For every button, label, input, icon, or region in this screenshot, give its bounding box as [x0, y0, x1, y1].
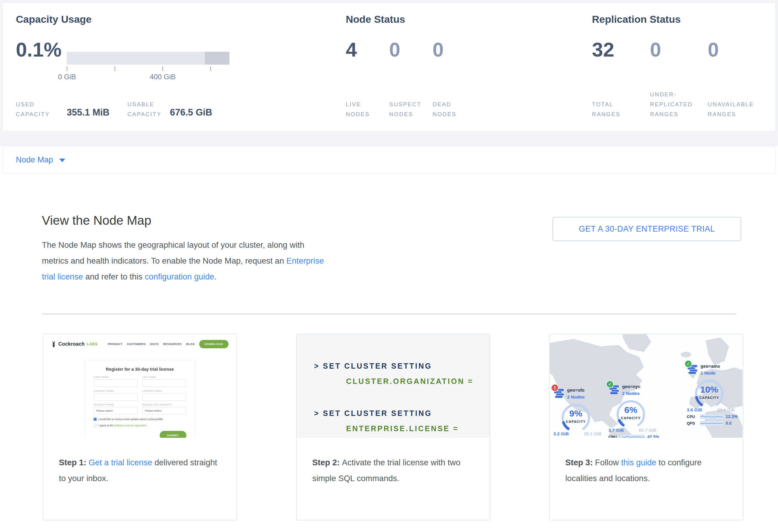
license-agreement-checkbox-row: I agree to the Software License Agreemen…: [94, 424, 186, 427]
nav-blog[interactable]: BLOG: [186, 343, 195, 346]
step2-card: > SET CLUSTER SETTING CLUSTER.ORGANIZATI…: [296, 333, 490, 520]
sql-prompt: >: [314, 362, 323, 370]
view-selector-dropdown[interactable]: Node Map: [16, 155, 53, 165]
error-badge: 1: [551, 384, 559, 392]
get-trial-license-link[interactable]: Get a trial license: [88, 458, 152, 467]
email-updates-checkbox-row: ✓ I would like to receive email updates …: [94, 418, 186, 421]
trial-site-screenshot: Cockroach LABS PRODUCT CUSTOMERS DOCS RE…: [44, 334, 236, 455]
first-name-input[interactable]: [94, 379, 138, 387]
total-gib: 35.1 GiB: [584, 431, 601, 436]
capacity-percent-value: 0.1%: [16, 38, 62, 61]
used-gib: 3.6 GiB: [687, 407, 702, 412]
company-name-input[interactable]: [94, 393, 138, 401]
checked-checkbox[interactable]: ✓: [94, 418, 97, 421]
cpu-label: CPU: [687, 414, 698, 419]
usable-capacity-value: 676.5 GiB: [170, 107, 212, 118]
healthy-badge: ✓: [606, 380, 614, 388]
nav-docs[interactable]: DOCS: [150, 343, 159, 346]
locality-name: geo=sfo: [567, 387, 585, 393]
suspect-nodes-value: 0: [389, 38, 400, 61]
used-gib: 3.2 GiB: [553, 431, 569, 436]
software-license-link[interactable]: Software License Agreement.: [114, 424, 147, 427]
unavailable-ranges-value: 0: [708, 38, 719, 61]
unavailable-ranges-label: UNAVAILABLE RANGES: [708, 99, 754, 119]
summary-section: Capacity Usage 0.1% 0 GiB 400 GiB USED C…: [0, 0, 778, 131]
qps-label: QPS: [687, 421, 698, 426]
node-count: 2 Nodes: [567, 394, 585, 399]
section-gap: [0, 131, 778, 146]
cockroach-labs-logo: Cockroach LABS: [51, 341, 98, 348]
locality-name: geo=nyc: [622, 384, 640, 389]
capacity-bar: [67, 52, 229, 65]
map-node-nyc[interactable]: ✓ geo=nyc 2 Nodes 6%: [608, 384, 659, 446]
chevron-down-icon[interactable]: [59, 159, 65, 162]
company-email-field: COMPANY EMAIL: [142, 390, 186, 401]
license-agreement-label: I agree to the Software License Agreemen…: [98, 424, 147, 427]
first-name-field: FIRST NAME: [94, 376, 138, 387]
company-email-label: COMPANY EMAIL: [142, 390, 186, 392]
get-enterprise-trial-button[interactable]: GET A 30-DAY ENTERPRISE TRIAL: [552, 217, 741, 241]
configuration-guide-link[interactable]: configuration guide: [145, 272, 214, 281]
nav-customers[interactable]: CUSTOMERS: [127, 343, 146, 346]
company-name-label: COMPANY NAME: [94, 390, 138, 392]
step3-label: Step 3:: [565, 458, 595, 467]
map-node-ams[interactable]: ✓ geo=ams 1 Node 10%: [687, 364, 737, 426]
this-guide-link[interactable]: this guide: [621, 458, 656, 467]
brand-suffix: LABS: [87, 342, 98, 346]
sql-code-block: > SET CLUSTER SETTING CLUSTER.ORGANIZATI…: [297, 334, 490, 455]
cluster-summary-card: Capacity Usage 0.1% 0 GiB 400 GiB USED C…: [2, 2, 776, 131]
replication-status-title: Replication Status: [592, 13, 681, 25]
reason-select[interactable]: Please Select: [142, 407, 186, 414]
step3-caption: Step 3: Follow this guide to configure l…: [550, 438, 743, 520]
last-name-input[interactable]: [142, 379, 186, 387]
capacity-axis-label-400: 400 GiB: [142, 73, 184, 81]
capacity-axis-tick: [210, 66, 211, 71]
node-status-title: Node Status: [346, 13, 405, 25]
sql-command-line: > SET CLUSTER SETTING: [314, 409, 490, 418]
nav-resources[interactable]: RESOURCES: [163, 343, 181, 346]
total-gib: 34.4 GiB: [717, 407, 734, 412]
brand-name: Cockroach: [58, 341, 85, 347]
used-capacity-value: 355.1 MiB: [67, 107, 109, 118]
project-phase-field: PROJECT PHASE Please Select: [94, 403, 138, 414]
capacity-percent: 6%: [608, 405, 653, 415]
sql-command: SET CLUSTER SETTING: [323, 362, 432, 370]
step3-card: 1 geo=sfo 2 Nodes 9%: [549, 333, 743, 520]
capacity-axis-tick: [114, 66, 115, 71]
dead-nodes-label: DEAD NODES: [433, 99, 456, 119]
sql-setting-license: ENTERPRISE.LICENSE =: [346, 424, 490, 433]
under-replicated-value: 0: [650, 38, 661, 61]
mini-site-nav: PRODUCT CUSTOMERS DOCS RESOURCES BLOG DO…: [108, 340, 229, 348]
sql-command-line: > SET CLUSTER SETTING: [314, 362, 490, 370]
node-map-preview: 1 geo=sfo 2 Nodes 9%: [550, 334, 743, 455]
step1-card: Cockroach LABS PRODUCT CUSTOMERS DOCS RE…: [43, 333, 237, 520]
step1-label: Step 1:: [59, 458, 88, 467]
nav-product[interactable]: PRODUCT: [108, 343, 122, 346]
email-updates-label: I would like to receive email updates ab…: [98, 418, 163, 421]
promo-desc-text: The Node Map shows the geographical layo…: [42, 240, 304, 265]
suspect-nodes-label: SUSPECT NODES: [389, 99, 421, 119]
view-selector-bar: Node Map: [2, 146, 776, 173]
last-name-field: LAST NAME: [142, 376, 186, 387]
unchecked-checkbox[interactable]: [94, 424, 97, 427]
reason-field: REASON FOR INTEREST Please Select: [142, 403, 186, 414]
mini-site-header: Cockroach LABS PRODUCT CUSTOMERS DOCS RE…: [44, 334, 236, 351]
live-nodes-value: 4: [346, 38, 357, 61]
section-divider: [42, 314, 736, 314]
reason-label: REASON FOR INTEREST: [142, 403, 186, 406]
company-email-input[interactable]: [142, 393, 186, 401]
company-name-field: COMPANY NAME: [94, 390, 138, 401]
download-button[interactable]: DOWNLOAD: [199, 340, 229, 348]
node-map-promo-section: View the Node Map The Node Map shows the…: [0, 173, 778, 532]
registration-form: Register for a 30-day trial license FIRS…: [85, 360, 195, 446]
used-capacity-label: USED CAPACITY: [16, 99, 50, 119]
project-phase-select[interactable]: Please Select: [94, 407, 138, 414]
cpu-sparkline: [700, 414, 723, 419]
project-phase-label: PROJECT PHASE: [94, 403, 138, 406]
capacity-percent: 10%: [687, 384, 732, 395]
promo-description: The Node Map shows the geographical layo…: [42, 237, 328, 285]
usable-capacity-label: USABLE CAPACITY: [128, 99, 161, 119]
locality-name: geo=ams: [701, 364, 720, 369]
total-ranges-label: TOTAL RANGES: [592, 99, 620, 119]
dead-nodes-value: 0: [433, 38, 444, 61]
